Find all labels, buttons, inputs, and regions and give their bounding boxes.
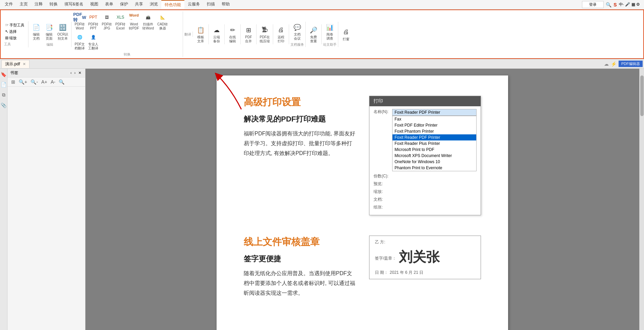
section1-text: 高级打印设置 解决常见的PDF打印难题 福昕PDF阅读器拥有强大的打印功能, 界… (244, 96, 356, 168)
scan-to-word-btn[interactable]: 📠 扫描件转Word (141, 12, 156, 31)
print-window-btn[interactable]: 🖨 打窗 (340, 26, 353, 42)
tab-annotate[interactable]: 注释 (31, 0, 46, 9)
sidebar-left-icons: 🔖 📄 ⧉ 📎 (0, 69, 7, 330)
sidebar-nav-prev[interactable]: ‹ (69, 70, 73, 75)
sidebar: 书签 ‹ › ✕ ⊞ 🔍+ 🔍- A+ A- 🔍 (7, 69, 85, 330)
compress-icon: 🗜 (260, 25, 269, 35)
ribbon-tab-bar: 文件 主页 注释 转换 填写&签名 视图 表单 保护 共享 浏览 特色功能 云服… (0, 0, 644, 9)
sign-name: 刘关张 (399, 248, 440, 266)
pdf-to-ppt-btn[interactable]: PPT PDF转PPT (86, 12, 100, 31)
online-edit-icon: ✏ (228, 25, 237, 35)
pdf-editor-badge[interactable]: PDF编辑器 (619, 61, 643, 67)
edit-doc-btn[interactable]: 📄 编辑文档 (30, 22, 43, 42)
pdf-translate-btn[interactable]: 🌐 PDF文档翻译 (73, 31, 86, 51)
template-icon: 📋 (196, 25, 205, 35)
print-name-input[interactable]: Foxit Reader PDF Printer (392, 109, 477, 116)
online-edit-btn[interactable]: ✏ 在线编辑 (226, 24, 239, 44)
layers-icon[interactable]: ⧉ (1, 91, 6, 99)
cad-converter-btn[interactable]: 📐 CAD转换器 (156, 12, 169, 31)
sidebar-tool-icon5[interactable]: A- (49, 79, 56, 85)
sidebar-nav-next[interactable]: › (73, 70, 77, 75)
sidebar-tool-icon4[interactable]: A+ (40, 79, 48, 85)
tab-fill-sign[interactable]: 填写&签名 (61, 0, 87, 9)
printer-foxit-phantom[interactable]: Foxit Phantom Printer (393, 128, 476, 134)
printer-phantom-evernote[interactable]: Phantom Print to Evernote (393, 165, 476, 171)
select-tool-btn[interactable]: ↖选择 (4, 28, 18, 35)
printer-fax[interactable]: Fax (393, 116, 476, 122)
scan-word-icon: 📠 (143, 13, 153, 22)
free-check-btn[interactable]: 🔎 免费查重 (307, 24, 320, 44)
tab-convert[interactable]: 转换 (46, 0, 61, 9)
doc-tab-demo[interactable]: 演示.pdf ✕ (1, 60, 29, 68)
tab-browse[interactable]: 浏览 (146, 0, 161, 9)
doc-meeting-btn[interactable]: 💬 文档会议 (291, 22, 304, 42)
sidebar-tool-icon3[interactable]: 🔍- (29, 79, 39, 85)
print-copies-label: 份数(C): (374, 173, 392, 179)
tab-form[interactable]: 表单 (102, 0, 117, 9)
search-box[interactable]: 登录 (582, 1, 604, 8)
bookmark-icon[interactable]: 🔖 (0, 71, 7, 78)
cloud-sync-icon[interactable]: ☁ (604, 61, 609, 67)
sougou-logo: S (613, 2, 617, 7)
tab-home[interactable]: 主页 (16, 0, 31, 9)
window-min[interactable]: 🔍 (606, 2, 611, 7)
sign-date-label: 日 期： (375, 270, 388, 275)
pdf-to-word-btn[interactable]: PDF转W PDF转Word (73, 12, 86, 31)
ocr-btn[interactable]: 🔡 OCR识别文本 (56, 22, 70, 42)
sidebar-nav: ‹ › ✕ (69, 70, 82, 75)
doc-tab-label: 演示.pdf (5, 61, 20, 67)
pdf-to-jpg-btn[interactable]: 🖼 PDF转JPG (100, 12, 114, 31)
page-thumbnail-icon[interactable]: 📄 (0, 81, 7, 88)
printer-foxit-plus[interactable]: Foxit Reader Plus Printer (393, 140, 476, 147)
word-to-pdf-btn[interactable]: Word→ Word转PDF (127, 12, 141, 31)
review-btn[interactable]: 📊 阅卷调查 (323, 22, 336, 42)
tab-help[interactable]: 帮助 (218, 0, 233, 9)
sidebar-tool-icon2[interactable]: 🔍+ (18, 79, 28, 85)
printer-foxit-reader[interactable]: Foxit Reader PDF Printer (393, 134, 476, 140)
tab-file[interactable]: 文件 (1, 0, 16, 9)
sign-field-label: 签字/盖章： (375, 256, 396, 261)
scroll-thumb[interactable] (640, 75, 644, 116)
tab-bar: 演示.pdf ✕ ☁ ⚡ PDF编辑器 (0, 59, 644, 69)
sidebar-nav-close[interactable]: ✕ (77, 70, 82, 75)
vertical-scrollbar[interactable] (639, 69, 644, 330)
attachment-icon[interactable]: 📎 (0, 102, 7, 109)
pro-translate-icon: 👤 (88, 32, 98, 42)
tab-scan[interactable]: 扫描 (203, 0, 218, 9)
tab-close-btn[interactable]: ✕ (23, 62, 26, 66)
ribbon-group-remote-print: 🖨 远程打印 (273, 24, 289, 44)
print-name-label: 名称(N): (374, 109, 392, 115)
pro-translate-btn[interactable]: 👤 专业人工翻译 (86, 31, 100, 51)
tab-special[interactable]: 特色功能 (161, 0, 184, 9)
doc-services-label: 文档服务 (290, 42, 304, 47)
tab-protect[interactable]: 保护 (117, 0, 132, 9)
printer-foxit-editor[interactable]: Foxit PDF Editor Printer (393, 122, 476, 128)
hand-tool-btn[interactable]: ☞手型工具 (4, 22, 25, 28)
tab-cloud[interactable]: 云服务 (184, 0, 203, 9)
sidebar-tool-icon1[interactable]: ⊞ (10, 79, 16, 85)
pdf-merge-btn[interactable]: ⊞ PDF合并 (242, 24, 255, 44)
print-dialog: 打印 名称(N): Foxit Reader PDF Printer Fax F… (369, 96, 481, 215)
sign-box: 乙 方: 签字/盖章： 刘关张 日 期： 2021 年 6 月 21 日 (369, 236, 481, 279)
remote-print-btn[interactable]: 🖨 远程打印 (275, 24, 287, 44)
page-scroll-area[interactable]: 高级打印设置 解决常见的PDF打印难题 福昕PDF阅读器拥有强大的打印功能, 界… (85, 69, 639, 330)
cloud-status-icon[interactable]: ⚡ (611, 61, 617, 67)
printer-onenote[interactable]: OneNote for Windows 10 (393, 159, 476, 165)
tab-share[interactable]: 共享 (132, 0, 146, 9)
tab-view[interactable]: 视图 (87, 0, 102, 9)
zoom-tool-btn[interactable]: ⊞缩放 (4, 35, 18, 41)
printer-ms-xps[interactable]: Microsoft XPS Document Writer (393, 153, 476, 159)
printer-ms-pdf[interactable]: Microsoft Print to PDF (393, 147, 476, 153)
edit-doc-icon: 📄 (32, 23, 41, 32)
remote-print-icon: 🖨 (276, 25, 286, 35)
template-btn[interactable]: 📋 模板文库 (194, 24, 207, 44)
compress-btn[interactable]: 🗜 PDF在线压缩 (258, 24, 271, 44)
cloud-backup-btn[interactable]: ☁ 云端备份 (210, 24, 223, 44)
edit-page-btn[interactable]: 📑 编辑页面 (43, 22, 56, 42)
sidebar-tool-icon6[interactable]: 🔍 (58, 79, 65, 85)
review-icon: 📊 (325, 23, 335, 32)
sidebar-header: 书签 ‹ › ✕ (7, 69, 85, 78)
pdf-word-icon: PDF转W (75, 13, 84, 22)
pdf-jpg-icon: 🖼 (102, 13, 112, 22)
pdf-to-excel-btn[interactable]: XLS PDF转Excel (114, 12, 127, 31)
